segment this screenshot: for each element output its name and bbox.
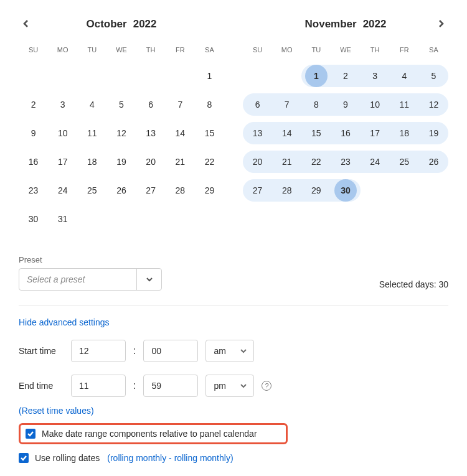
day-cell[interactable]: 16 [19,151,48,173]
day-cell[interactable]: 22 [195,151,224,173]
prev-month-button[interactable] [19,16,34,31]
start-ampm-select[interactable]: am [205,340,254,362]
day-cell[interactable]: 17 [48,151,77,173]
preset-select[interactable]: Select a preset [19,268,162,291]
day-cell[interactable]: 26 [419,151,448,173]
day-empty [136,208,166,230]
toggle-advanced-link[interactable]: Hide advanced settings [19,317,448,327]
day-cell[interactable]: 30 [19,208,48,230]
day-empty [77,65,106,87]
preset-dropdown-button[interactable] [136,269,161,290]
weekday-label: FR [390,44,419,61]
day-empty [166,65,195,87]
day-cell[interactable]: 15 [301,122,331,144]
day-cell[interactable]: 28 [166,179,195,202]
reset-time-link[interactable]: (Reset time values) [19,406,448,416]
day-cell[interactable]: 6 [136,93,166,116]
day-cell[interactable]: 15 [195,122,224,144]
left-year-label: 2022 [133,18,157,30]
day-cell[interactable]: 12 [419,93,448,116]
preset-label: Preset [19,255,162,264]
day-cell[interactable]: 4 [390,65,419,87]
day-cell[interactable]: 18 [77,151,106,173]
day-cell[interactable]: 13 [136,122,166,144]
day-cell[interactable]: 21 [166,151,195,173]
end-minute-input[interactable]: 59 [143,375,198,397]
day-cell[interactable]: 9 [331,93,360,116]
day-cell[interactable]: 23 [331,151,360,173]
day-cell[interactable]: 19 [419,122,448,144]
day-cell[interactable]: 5 [419,65,448,87]
day-cell[interactable]: 1 [301,65,331,87]
day-cell[interactable]: 13 [243,122,272,144]
rolling-dates-detail[interactable]: (rolling monthly - rolling monthly) [107,453,233,463]
day-cell[interactable]: 20 [243,151,272,173]
start-minute-input[interactable]: 00 [143,340,198,362]
end-time-label: End time [19,381,64,391]
day-cell[interactable]: 21 [272,151,301,173]
day-cell[interactable]: 8 [195,93,224,116]
weekday-label: WE [106,44,136,61]
day-cell[interactable]: 27 [243,179,272,202]
day-cell[interactable]: 28 [272,179,301,202]
start-time-label: Start time [19,346,64,356]
next-month-button[interactable] [433,16,448,31]
day-cell[interactable]: 11 [390,93,419,116]
day-cell[interactable]: 16 [331,122,360,144]
weekday-label: TH [136,44,166,61]
day-cell[interactable]: 27 [136,179,166,202]
day-cell[interactable]: 22 [301,151,331,173]
day-cell[interactable]: 30 [331,179,360,202]
day-cell[interactable]: 23 [19,179,48,202]
weekday-label: WE [331,44,360,61]
day-cell[interactable]: 31 [48,208,77,230]
day-cell[interactable]: 19 [106,151,136,173]
day-cell[interactable]: 3 [361,65,390,87]
rolling-dates-checkbox[interactable] [19,453,29,463]
day-cell[interactable]: 7 [272,93,301,116]
day-cell[interactable]: 10 [48,122,77,144]
end-ampm-select[interactable]: pm [205,375,254,397]
day-cell[interactable]: 2 [331,65,360,87]
day-cell[interactable]: 5 [106,93,136,116]
day-cell[interactable]: 29 [195,179,224,202]
day-cell[interactable]: 4 [77,93,106,116]
day-cell[interactable]: 25 [390,151,419,173]
day-cell[interactable]: 18 [390,122,419,144]
day-cell[interactable]: 25 [77,179,106,202]
day-cell[interactable]: 6 [243,93,272,116]
day-empty [48,65,77,87]
day-empty [19,65,48,87]
day-cell[interactable]: 17 [361,122,390,144]
day-empty [195,208,224,230]
day-cell[interactable]: 24 [48,179,77,202]
right-year-label: 2022 [363,18,387,30]
day-empty [361,179,390,202]
relative-to-panel-highlight: Make date range components relative to p… [19,423,288,444]
left-month-label: October [86,18,126,30]
day-cell[interactable]: 8 [301,93,331,116]
rolling-dates-label: Use rolling dates [35,453,100,463]
day-cell[interactable]: 29 [301,179,331,202]
day-cell[interactable]: 7 [166,93,195,116]
day-cell[interactable]: 10 [361,93,390,116]
weekday-label: SU [243,44,272,61]
weekday-label: SA [419,44,448,61]
day-cell[interactable]: 11 [77,122,106,144]
start-hour-input[interactable]: 12 [71,340,126,362]
day-cell[interactable]: 26 [106,179,136,202]
relative-to-panel-checkbox[interactable] [26,429,35,439]
day-cell[interactable]: 9 [19,122,48,144]
info-icon[interactable]: ? [262,381,271,391]
weekday-label: SA [195,44,224,61]
day-cell[interactable]: 2 [19,93,48,116]
day-cell[interactable]: 12 [106,122,136,144]
day-cell[interactable]: 14 [272,122,301,144]
day-cell[interactable]: 14 [166,122,195,144]
weekday-label: MO [48,44,77,61]
end-hour-input[interactable]: 11 [71,375,126,397]
day-cell[interactable]: 20 [136,151,166,173]
day-cell[interactable]: 1 [195,65,224,87]
day-cell[interactable]: 3 [48,93,77,116]
day-cell[interactable]: 24 [361,151,390,173]
